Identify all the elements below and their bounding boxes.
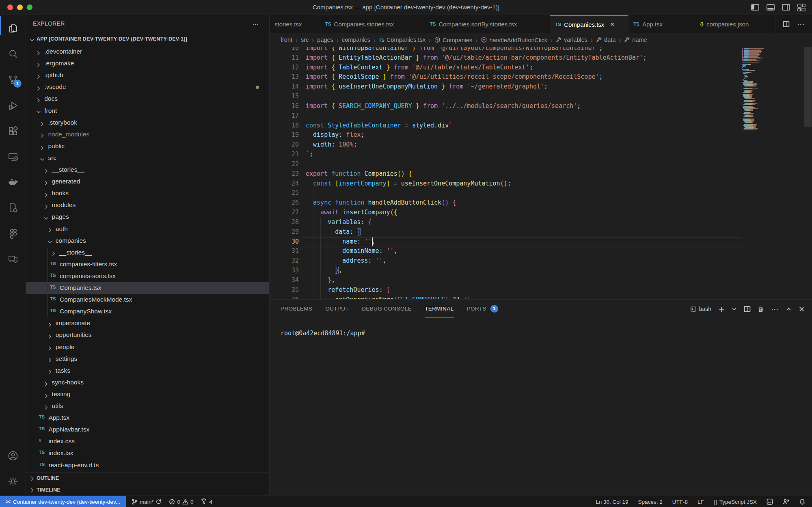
tree-item-folder[interactable]: .storybook xyxy=(26,117,269,129)
tree-item-folder[interactable]: node_modules xyxy=(26,129,269,140)
notifications-bell-icon[interactable] xyxy=(799,498,806,505)
shell-selector[interactable]: bash xyxy=(690,306,711,312)
feedback-smiley-icon[interactable] xyxy=(767,498,773,505)
code-editor[interactable]: 10import { WithTopBarContainer } from '@… xyxy=(270,47,812,299)
tree-item-folder[interactable]: __stories__ xyxy=(26,247,269,259)
language-mode-status[interactable]: {}TypeScript JSX xyxy=(714,499,757,505)
tree-item-file[interactable]: TSApp.tsx xyxy=(26,412,269,424)
editor-tab[interactable]: TSCompanies.stories.tsx xyxy=(320,15,425,33)
new-terminal-icon[interactable] xyxy=(718,305,725,313)
kill-terminal-icon[interactable] xyxy=(758,305,764,313)
activity-run-debug-icon[interactable] xyxy=(0,94,26,117)
explorer-section-header[interactable]: APP [CONTAINER DEV-TWENTY-DEV (DEV-TWENT… xyxy=(26,33,269,46)
tree-item-folder[interactable]: companies xyxy=(26,235,269,247)
tree-item-file[interactable]: TSCompaniesMockMode.tsx xyxy=(26,294,269,306)
breadcrumb-item[interactable]: variables xyxy=(556,37,587,43)
tree-item-folder[interactable]: .devcontainer xyxy=(26,46,269,58)
activity-search-icon[interactable] xyxy=(0,43,26,65)
breadcrumb-item[interactable]: front xyxy=(281,37,292,43)
activity-account-icon[interactable] xyxy=(0,444,26,467)
close-panel-icon[interactable] xyxy=(799,305,805,313)
tree-item-folder[interactable]: utils xyxy=(26,400,269,412)
breadcrumb-item[interactable]: pages xyxy=(317,37,333,43)
activity-source-control-icon[interactable]: 1 xyxy=(0,68,26,91)
tree-item-folder[interactable]: modules xyxy=(26,199,269,211)
editor-tab[interactable]: TSCompanies.sortBy.stories.tsx xyxy=(425,15,551,33)
tree-item-file[interactable]: TSAppNavbar.tsx xyxy=(26,424,269,436)
ports-status[interactable]: 4 xyxy=(201,498,212,505)
activity-docker-icon[interactable] xyxy=(0,171,26,194)
tree-item-file[interactable]: TSreact-app-env.d.ts xyxy=(26,460,269,471)
tree-item-folder[interactable]: .vscode xyxy=(26,81,269,93)
editor-tab[interactable]: TSApp.tsx xyxy=(628,15,695,33)
more-actions-icon[interactable]: ⋯ xyxy=(771,304,779,314)
activity-settings-icon[interactable] xyxy=(0,470,26,493)
tree-item-folder[interactable]: generated xyxy=(26,176,269,188)
activity-remote-explorer-icon[interactable] xyxy=(0,145,26,168)
tree-item-folder[interactable]: pages xyxy=(26,211,269,223)
activity-container-config-icon[interactable] xyxy=(0,196,26,219)
maximize-panel-icon[interactable] xyxy=(786,305,792,313)
panel-tab-debug-console[interactable]: DEBUG CONSOLE xyxy=(362,300,412,318)
launch-profile-icon[interactable] xyxy=(732,305,737,313)
tree-item-folder[interactable]: opportunities xyxy=(26,329,269,341)
tree-item-folder[interactable]: impersonate xyxy=(26,317,269,329)
tree-item-folder[interactable]: public xyxy=(26,140,269,152)
tree-item-folder[interactable]: sync-hooks xyxy=(26,377,269,388)
more-actions-icon[interactable]: ⋯ xyxy=(797,19,805,29)
tree-item-folder[interactable]: testing xyxy=(26,388,269,400)
tree-item-file[interactable]: TScompanies-filters.tsx xyxy=(26,259,269,270)
breadcrumb-item[interactable]: companies xyxy=(342,37,370,43)
tree-item-folder[interactable]: front xyxy=(26,105,269,117)
remote-indicator[interactable]: >< Container dev-twenty-dev (dev-twenty-… xyxy=(0,496,126,507)
activity-extensions-icon[interactable] xyxy=(0,120,26,142)
breadcrumb-item[interactable]: name xyxy=(624,37,647,43)
editor-tab[interactable]: {}companies.json xyxy=(695,15,775,33)
tree-item-file[interactable]: TSCompanies.tsx xyxy=(26,282,269,294)
close-tab-icon[interactable]: ✕ xyxy=(610,21,615,28)
activity-comments-icon[interactable] xyxy=(0,248,26,271)
tree-item-file[interactable]: TScompanies-sorts.tsx xyxy=(26,270,269,282)
timeline-section[interactable]: TIMELINE xyxy=(26,484,269,495)
tree-item-folder[interactable]: people xyxy=(26,341,269,353)
editor-tab[interactable]: stories.tsx xyxy=(270,15,320,33)
editor-scrollbar[interactable] xyxy=(804,47,812,127)
panel-tab-problems[interactable]: PROBLEMS xyxy=(281,300,312,318)
tree-item-folder[interactable]: hooks xyxy=(26,188,269,199)
breadcrumb-item[interactable]: TSCompanies.tsx xyxy=(379,37,425,43)
panel-tab-ports[interactable]: PORTS1 xyxy=(467,300,498,318)
toggle-sidebar-icon[interactable] xyxy=(750,2,760,12)
indentation-status[interactable]: Spaces: 2 xyxy=(638,499,663,505)
split-editor-icon[interactable] xyxy=(783,20,790,28)
outline-section[interactable]: OUTLINE xyxy=(26,472,269,484)
tree-item-folder[interactable]: .github xyxy=(26,69,269,81)
tree-item-file[interactable]: TSindex.tsx xyxy=(26,447,269,459)
eol-status[interactable]: LF xyxy=(698,499,704,505)
tree-item-folder[interactable]: settings xyxy=(26,353,269,365)
encoding-status[interactable]: UTF-8 xyxy=(672,499,688,505)
activity-figma-icon[interactable] xyxy=(0,222,26,245)
panel-tab-output[interactable]: OUTPUT xyxy=(325,300,349,318)
terminal-prompt[interactable]: root@0a42ecd84891:/app# xyxy=(281,330,365,337)
tree-item-file[interactable]: #index.css xyxy=(26,436,269,447)
cursor-position-status[interactable]: Ln 30, Col 19 xyxy=(596,499,628,505)
tree-item-folder[interactable]: auth xyxy=(26,223,269,235)
branch-status[interactable]: main* xyxy=(132,498,162,505)
breadcrumb-item[interactable]: src xyxy=(301,37,309,43)
explorer-actions-icon[interactable]: ... xyxy=(252,18,259,27)
tree-item-folder[interactable]: .ergomake xyxy=(26,58,269,69)
breadcrumb-item[interactable]: handleAddButtonClick xyxy=(481,37,547,43)
tree-item-folder[interactable]: docs xyxy=(26,93,269,105)
live-share-icon[interactable] xyxy=(783,498,789,505)
breadcrumb-item[interactable]: data xyxy=(596,37,615,43)
minimap[interactable] xyxy=(742,47,803,298)
problems-status[interactable]: 00 xyxy=(169,498,193,505)
toggle-panel-icon[interactable] xyxy=(766,2,775,12)
editor-tab-active[interactable]: TSCompanies.tsx✕ xyxy=(550,15,628,33)
tree-item-folder[interactable]: tasks xyxy=(26,365,269,377)
activity-explorer-icon[interactable] xyxy=(0,17,26,40)
tree-item-folder[interactable]: __stories__ xyxy=(26,164,269,176)
split-terminal-icon[interactable] xyxy=(744,305,751,313)
tree-item-file[interactable]: TSCompanyShow.tsx xyxy=(26,306,269,317)
toggle-secondary-sidebar-icon[interactable] xyxy=(781,2,791,12)
